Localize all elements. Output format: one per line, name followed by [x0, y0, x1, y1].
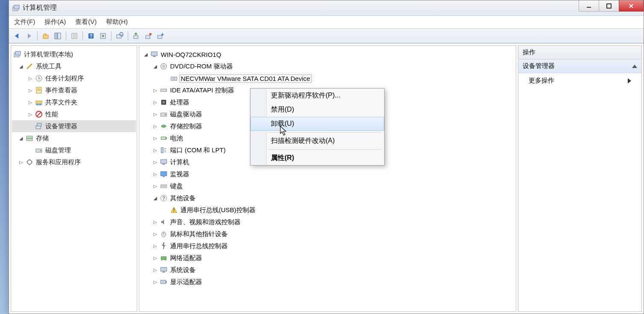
scan-hardware-button[interactable]	[114, 30, 125, 41]
tree-label: 磁盘驱动器	[169, 110, 203, 118]
expand-icon[interactable]: ▷	[152, 243, 158, 249]
tree-item-performance[interactable]: ▷ 性能	[12, 108, 136, 120]
forward-button[interactable]	[24, 30, 35, 41]
expand-icon[interactable]: ▷	[27, 112, 33, 117]
tree-label: 性能	[44, 110, 59, 118]
tree-item-sound[interactable]: ▷ 声音、视频和游戏控制器	[140, 216, 515, 228]
tree-label: 计算机	[169, 158, 190, 166]
expand-icon[interactable]: ▷	[152, 184, 158, 189]
menu-item-disable[interactable]: 禁用(D)	[250, 103, 384, 117]
close-button[interactable]	[619, 0, 644, 12]
navigation-tree[interactable]: 计算机管理(本地) ◢ 系统工具 ▷ 任务计划程序 ▷ 事件查看器	[11, 45, 137, 312]
collapse-icon[interactable]: ◢	[152, 64, 158, 69]
help-button[interactable]: ?	[85, 30, 97, 41]
svg-rect-16	[117, 35, 121, 38]
expand-icon[interactable]: ▷	[18, 160, 24, 165]
expand-icon[interactable]: ▷	[152, 172, 158, 177]
menu-view[interactable]: 查看(V)	[75, 18, 97, 26]
tree-label: 事件查看器	[44, 86, 78, 95]
tree-item-storage[interactable]: ◢ 存储	[12, 132, 136, 144]
expand-icon[interactable]: ▷	[152, 148, 158, 153]
svg-rect-36	[26, 139, 32, 141]
display-adapter-icon	[160, 278, 168, 286]
tree-item-host[interactable]: ◢ WIN-OQ72CKRIO1Q	[140, 48, 515, 60]
tree-item-device-manager[interactable]: 设备管理器	[12, 120, 136, 132]
menu-file[interactable]: 文件(F)	[14, 18, 35, 26]
expand-icon[interactable]: ▷	[152, 88, 158, 93]
expand-icon[interactable]: ▷	[152, 136, 158, 141]
dvd-drive-icon	[170, 74, 178, 82]
disk-icon	[35, 146, 43, 154]
computer-icon	[160, 158, 168, 166]
maximize-button[interactable]	[599, 0, 619, 12]
tree-item-system-devices[interactable]: ▷ 系统设备	[140, 264, 515, 276]
menu-item-label: 属性(R)	[271, 154, 294, 161]
expand-icon[interactable]: ▷	[152, 279, 158, 285]
collapse-icon[interactable]: ◢	[143, 52, 149, 57]
expand-icon[interactable]: ▷	[152, 160, 158, 165]
tree-item-keyboards[interactable]: ▷ 键盘	[140, 180, 515, 192]
tree-item-root[interactable]: 计算机管理(本地)	[12, 48, 136, 60]
content-area: 计算机管理(本地) ◢ 系统工具 ▷ 任务计划程序 ▷ 事件查看器	[9, 43, 644, 314]
expand-icon[interactable]: ▷	[152, 267, 158, 273]
tree-item-event-viewer[interactable]: ▷ 事件查看器	[12, 84, 136, 96]
expand-icon[interactable]: ▷	[152, 112, 158, 117]
tree-label: 通用串行总线(USB)控制器	[179, 206, 256, 214]
tree-label: 磁盘管理	[44, 146, 72, 154]
expand-icon[interactable]: ▷	[27, 88, 33, 93]
device-tree[interactable]: ◢ WIN-OQ72CKRIO1Q ◢ DVD/CD-ROM 驱动器 NECVM…	[139, 45, 516, 312]
svg-rect-48	[162, 101, 165, 104]
menu-action[interactable]: 操作(A)	[44, 18, 66, 26]
tree-item-disk-management[interactable]: 磁盘管理	[12, 144, 136, 156]
menu-item-uninstall[interactable]: 卸载(U)	[250, 117, 384, 131]
expand-icon[interactable]: ▷	[27, 76, 33, 81]
tree-item-shared-folders[interactable]: ▷ 共享文件夹	[12, 96, 136, 108]
disable-driver-button[interactable]	[155, 30, 166, 41]
tree-item-mouse[interactable]: ▷ 鼠标和其他指针设备	[140, 228, 515, 240]
actions-more[interactable]: 更多操作	[518, 73, 641, 88]
tree-item-usb-controllers[interactable]: ▷ 通用串行总线控制器	[140, 240, 515, 252]
window-title: 计算机管理	[23, 3, 57, 12]
actions-section-device-manager[interactable]: 设备管理器	[518, 59, 641, 73]
tree-item-usb-warning[interactable]: ! 通用串行总线(USB)控制器	[140, 204, 515, 216]
tree-item-network[interactable]: ▷ 网络适配器	[140, 252, 515, 264]
menu-item-update-driver[interactable]: 更新驱动程序软件(P)...	[250, 89, 384, 103]
svg-rect-6	[43, 35, 48, 39]
collapse-icon[interactable]: ◢	[152, 196, 158, 201]
tree-item-other-devices[interactable]: ◢ ? 其他设备	[140, 192, 515, 204]
properties-button[interactable]	[69, 30, 80, 41]
shared-folder-icon	[35, 98, 43, 106]
tree-label: WIN-OQ72CKRIO1Q	[160, 51, 222, 58]
expand-icon[interactable]: ▷	[152, 219, 158, 225]
expand-icon[interactable]: ▷	[152, 231, 158, 237]
update-driver-button[interactable]	[131, 30, 142, 41]
svg-rect-19	[134, 36, 138, 39]
expand-icon[interactable]: ▷	[27, 100, 33, 105]
tree-item-dvd-device[interactable]: NECVMWar VMware SATA CD01 ATA Device	[140, 72, 515, 84]
tree-item-system-tools[interactable]: ◢ 系统工具	[12, 60, 136, 72]
expand-icon[interactable]: ▷	[152, 124, 158, 129]
refresh-button[interactable]	[97, 30, 109, 41]
tree-label: 通用串行总线控制器	[169, 242, 229, 250]
tree-item-display-adapters[interactable]: ▷ 显示适配器	[140, 276, 515, 288]
tree-item-monitors[interactable]: ▷ 监视器	[140, 168, 515, 180]
tree-item-dvd-category[interactable]: ◢ DVD/CD-ROM 驱动器	[140, 60, 515, 72]
tree-item-task-scheduler[interactable]: ▷ 任务计划程序	[12, 72, 136, 84]
collapse-icon[interactable]: ◢	[18, 136, 24, 141]
menu-item-scan-hardware[interactable]: 扫描检测硬件改动(A)	[250, 134, 384, 148]
back-button[interactable]	[12, 30, 23, 41]
expand-icon[interactable]: ▷	[152, 255, 158, 261]
expand-icon[interactable]: ▷	[152, 100, 158, 105]
services-icon	[26, 158, 33, 166]
up-button[interactable]	[40, 30, 51, 41]
svg-rect-53	[161, 148, 163, 153]
minimize-button[interactable]	[579, 0, 599, 12]
menu-item-properties[interactable]: 属性(R)	[250, 151, 384, 165]
collapse-icon[interactable]: ◢	[18, 64, 24, 69]
tree-label: 服务和应用程序	[35, 158, 82, 166]
tree-item-services[interactable]: ▷ 服务和应用程序	[12, 156, 136, 168]
show-hide-tree-button[interactable]	[52, 30, 63, 41]
dvd-icon	[160, 62, 168, 70]
uninstall-driver-button[interactable]	[143, 30, 154, 41]
menu-help[interactable]: 帮助(H)	[106, 18, 128, 26]
